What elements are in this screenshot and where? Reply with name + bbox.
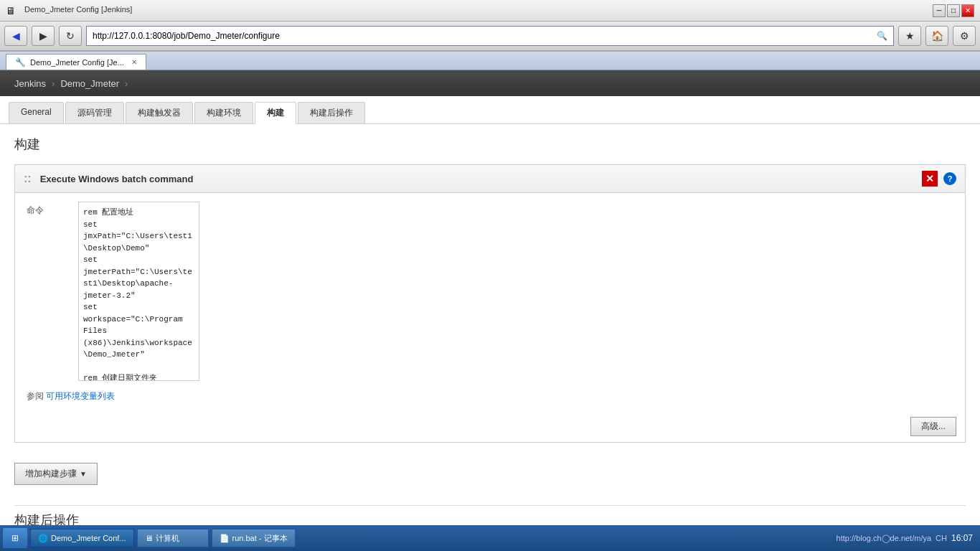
env-link[interactable]: 可用环境变量列表 (46, 391, 115, 401)
taskbar-item-icon-2: 📄 (220, 534, 230, 543)
home-icon[interactable]: 🏠 (925, 26, 948, 46)
browser-titlebar: 🖥 Demo_Jmeter Config [Jenkins] ─ □ ✕ (0, 0, 980, 22)
address-text: http://127.0.0.1:8080/job/Demo_Jmeter/co… (93, 31, 877, 41)
taskbar-clock: 16:07 (951, 533, 977, 543)
jenkins-navbar: Jenkins › Demo_Jmeter › (0, 70, 980, 96)
taskbar-item-label-2: run.bat - 记事本 (232, 533, 288, 544)
command-label: 命令 (27, 202, 70, 217)
taskbar-item-2[interactable]: 📄 run.bat - 记事本 (212, 529, 296, 547)
nav-jenkins[interactable]: Jenkins (9, 78, 52, 89)
tab-build[interactable]: 构建 (255, 102, 296, 124)
delete-step-button[interactable]: ✕ (922, 171, 938, 187)
tab-post-build[interactable]: 构建后操作 (298, 102, 365, 123)
build-step-title: :: Execute Windows batch command (24, 172, 193, 185)
taskbar-lang: CH (936, 534, 947, 542)
window-icon: 🖥 (6, 5, 16, 17)
env-link-prefix: 参阅 (27, 391, 46, 401)
advanced-btn-row: 高级... (15, 411, 965, 442)
build-step-header: :: Execute Windows batch command ✕ ? (15, 165, 965, 193)
tab-general[interactable]: General (9, 102, 64, 123)
build-section-title: 构建 (14, 136, 966, 153)
favorites-icon[interactable]: ★ (898, 26, 921, 46)
command-row: 命令 rem 配置地址 set jmxPath="C:\Users\test1\… (27, 202, 953, 383)
command-textarea-wrapper: rem 配置地址 set jmxPath="C:\Users\test1\Des… (78, 202, 953, 383)
tab-favicon: 🔧 (15, 57, 26, 67)
start-button[interactable]: ⊞ (3, 528, 27, 548)
taskbar-item-label-0: Demo_Jmeter Conf... (51, 534, 126, 542)
minimize-button[interactable]: ─ (933, 4, 946, 17)
taskbar-url-text: http://blog.ch◯de.net/m/ya (837, 534, 931, 543)
nav-demo-jmeter[interactable]: Demo_Jmeter (55, 78, 125, 89)
taskbar-right: http://blog.ch◯de.net/m/ya CH 16:07 (837, 533, 977, 543)
build-step-body: 命令 rem 配置地址 set jmxPath="C:\Users\test1\… (15, 193, 965, 411)
tab-label: Demo_Jmeter Config [Je... (30, 58, 124, 67)
window-title: Demo_Jmeter Config [Jenkins] (24, 5, 132, 17)
env-link-row: 参阅 可用环境变量列表 (27, 390, 953, 402)
drag-handle-icon: :: (24, 172, 32, 185)
advanced-button[interactable]: 高级... (910, 417, 956, 436)
config-tabs: General 源码管理 构建触发器 构建环境 构建 构建后操作 (0, 96, 980, 124)
content-area: 构建 :: Execute Windows batch command ✕ ? … (0, 124, 980, 551)
browser-tab[interactable]: 🔧 Demo_Jmeter Config [Je... ✕ (6, 54, 146, 70)
taskbar: ⊞ 🌐 Demo_Jmeter Conf... 🖥 计算机 📄 run.bat … (0, 525, 980, 551)
tab-triggers[interactable]: 构建触发器 (126, 102, 193, 123)
titlebar-controls: 🖥 Demo_Jmeter Config [Jenkins] (6, 5, 132, 17)
step-title-text: Execute Windows batch command (40, 174, 194, 184)
command-textarea[interactable]: rem 配置地址 set jmxPath="C:\Users\test1\Des… (78, 202, 199, 381)
taskbar-item-1[interactable]: 🖥 计算机 (137, 529, 209, 547)
taskbar-item-label-1: 计算机 (156, 533, 179, 544)
address-bar[interactable]: http://127.0.0.1:8080/job/Demo_Jmeter/co… (86, 26, 894, 46)
tab-bar: 🔧 Demo_Jmeter Config [Je... ✕ (0, 52, 980, 70)
refresh-button[interactable]: ↻ (59, 26, 82, 46)
taskbar-item-icon-1: 🖥 (145, 534, 153, 542)
add-step-label: 增加构建步骤 (25, 468, 77, 480)
tab-close-button[interactable]: ✕ (131, 58, 137, 66)
address-icons: 🔍 (877, 31, 887, 41)
start-icon: ⊞ (11, 533, 19, 543)
browser-toolbar: ◀ ▶ ↻ http://127.0.0.1:8080/job/Demo_Jme… (0, 22, 980, 52)
add-step-section: 增加构建步骤 ▼ (14, 454, 966, 494)
forward-button[interactable]: ▶ (32, 26, 55, 46)
maximize-button[interactable]: □ (947, 4, 960, 17)
back-button[interactable]: ◀ (4, 26, 27, 46)
dropdown-arrow-icon: ▼ (80, 470, 87, 478)
taskbar-item-0[interactable]: 🌐 Demo_Jmeter Conf... (30, 529, 134, 547)
tab-source[interactable]: 源码管理 (65, 102, 124, 123)
tools-icon[interactable]: ⚙ (953, 26, 976, 46)
close-button[interactable]: ✕ (961, 4, 974, 17)
taskbar-item-icon-0: 🌐 (38, 534, 48, 543)
add-build-step-button[interactable]: 增加构建步骤 ▼ (14, 463, 98, 485)
search-icon: 🔍 (877, 31, 887, 41)
build-step-card: :: Execute Windows batch command ✕ ? 命令 … (14, 164, 966, 443)
help-icon[interactable]: ? (943, 172, 956, 185)
nav-sep2: › (125, 78, 128, 89)
tab-env[interactable]: 构建环境 (194, 102, 253, 123)
